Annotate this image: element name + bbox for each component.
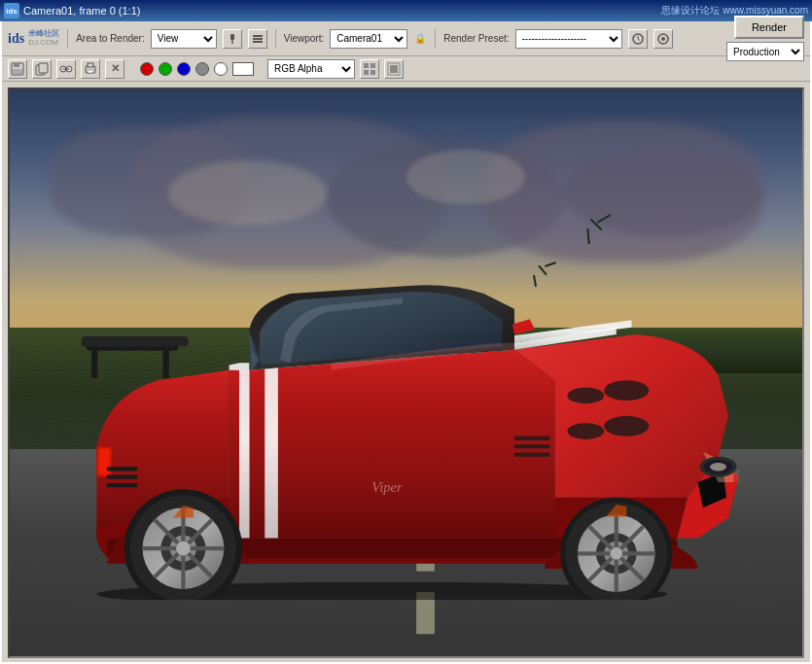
svg-point-52 — [611, 547, 623, 560]
viewport-label: Viewport: — [284, 33, 325, 44]
svg-rect-0 — [230, 34, 234, 40]
svg-point-37 — [710, 463, 726, 471]
svg-rect-12 — [39, 63, 48, 73]
area-to-render-label: Area to Render: — [76, 33, 145, 44]
svg-rect-39 — [99, 448, 111, 474]
display-mode-2-btn[interactable] — [384, 59, 404, 79]
svg-rect-9 — [14, 63, 19, 67]
divider-1 — [67, 29, 68, 49]
lock-icon[interactable]: 🔒 — [413, 32, 427, 46]
logo-ids: ids — [8, 31, 24, 47]
load-preset-btn[interactable] — [628, 29, 648, 49]
svg-rect-17 — [88, 63, 93, 67]
svg-rect-63 — [514, 437, 550, 440]
toolbar-row-2: ✕ RGB Alpha RGB Alpha Red Green Blue Lum… — [2, 56, 810, 82]
svg-point-62 — [176, 542, 191, 556]
area-to-render-select[interactable]: View Selected Region Crop Blowup — [151, 29, 217, 49]
svg-rect-29 — [82, 336, 189, 346]
window-title: Camera01, frame 0 (1:1) — [23, 5, 140, 17]
svg-rect-19 — [364, 63, 369, 68]
save-preset-btn[interactable] — [653, 29, 673, 49]
toolbar-row-1: ids 米峰社区 DJ.COM Area to Render: View Sel… — [2, 21, 810, 56]
divider-2 — [275, 29, 276, 49]
svg-point-7 — [661, 37, 665, 41]
save-btn[interactable] — [8, 59, 27, 79]
options-icon-btn[interactable] — [248, 29, 267, 49]
title-bar: ids Camera01, frame 0 (1:1) 思缘设计论坛 www.m… — [0, 0, 812, 21]
svg-rect-64 — [514, 444, 550, 448]
production-select[interactable]: Production ActiveShade iterative — [726, 42, 804, 61]
render-viewport: Viper — [8, 87, 804, 658]
svg-rect-27 — [91, 342, 97, 378]
svg-rect-3 — [253, 38, 263, 40]
svg-rect-65 — [514, 453, 550, 457]
render-button[interactable]: Render — [734, 16, 804, 39]
alpha-channel-btn[interactable] — [232, 62, 254, 76]
svg-rect-22 — [371, 70, 375, 75]
divider-3 — [435, 29, 436, 49]
channel-select[interactable]: RGB Alpha RGB Alpha Red Green Blue Lumin… — [267, 59, 355, 79]
svg-point-30 — [604, 380, 649, 401]
red-channel-btn[interactable] — [140, 62, 154, 76]
render-preset-select[interactable]: -------------------- Draft Low Medium Hi… — [515, 29, 622, 49]
svg-point-31 — [568, 387, 605, 403]
svg-rect-40 — [107, 467, 137, 471]
svg-rect-18 — [88, 70, 93, 73]
svg-rect-28 — [163, 342, 169, 378]
svg-rect-24 — [390, 65, 398, 73]
viewport-select[interactable]: Camera01 Top Front Left Perspective — [330, 29, 407, 49]
app-icon: ids — [4, 3, 19, 18]
title-bar-left: ids Camera01, frame 0 (1:1) — [4, 3, 140, 18]
svg-text:Viper: Viper — [372, 479, 404, 495]
display-mode-1-btn[interactable] — [360, 59, 379, 79]
clone-btn[interactable] — [56, 59, 76, 79]
logo-area: ids 米峰社区 DJ.COM — [8, 30, 59, 48]
svg-rect-4 — [253, 41, 263, 43]
svg-rect-21 — [364, 70, 369, 75]
print-btn[interactable] — [81, 59, 100, 79]
svg-rect-20 — [371, 63, 375, 68]
close-btn[interactable]: ✕ — [105, 59, 124, 79]
main-window: ids 米峰社区 DJ.COM Area to Render: View Sel… — [0, 21, 812, 664]
svg-rect-41 — [107, 475, 137, 479]
white-channel-btn[interactable] — [214, 62, 228, 76]
copy-btn[interactable] — [32, 59, 52, 79]
svg-point-32 — [604, 416, 649, 437]
pin-icon-btn[interactable] — [223, 29, 242, 49]
svg-rect-42 — [107, 483, 137, 487]
right-controls: Render Production ActiveShade iterative — [726, 16, 804, 61]
render-preset-label: Render Preset: — [443, 33, 509, 44]
gray-channel-btn[interactable] — [195, 62, 209, 76]
logo-domain: DJ.COM — [28, 39, 59, 48]
render-scene: Viper — [10, 89, 802, 656]
blue-channel-btn[interactable] — [177, 62, 191, 76]
svg-point-33 — [568, 423, 605, 439]
svg-rect-2 — [253, 35, 263, 37]
green-channel-btn[interactable] — [159, 62, 172, 76]
car-svg: Viper — [25, 192, 739, 600]
svg-rect-10 — [13, 69, 22, 74]
